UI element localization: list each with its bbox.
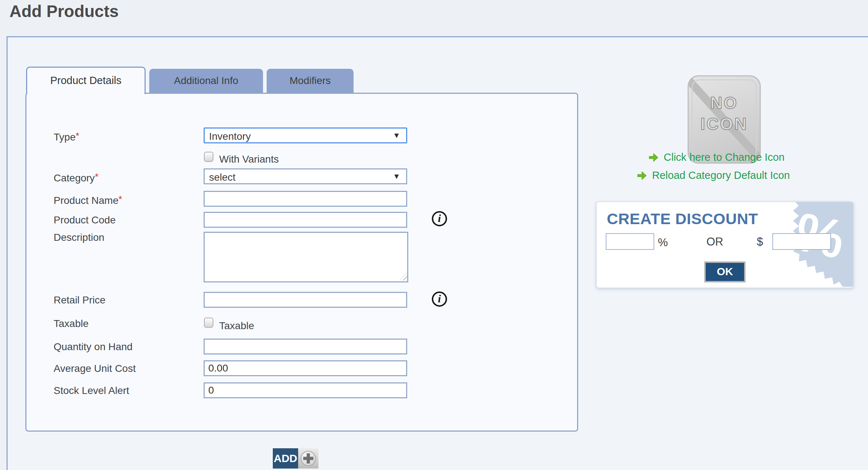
required-asterisk: * <box>118 194 122 205</box>
required-asterisk: * <box>76 130 79 141</box>
taxable-label: Taxable <box>54 318 89 329</box>
create-discount-box: % CREATE DISCOUNT % OR $ OK <box>596 201 854 288</box>
product-name-input[interactable] <box>204 191 407 207</box>
chevron-down-icon: ▼ <box>393 172 400 181</box>
or-label: OR <box>706 235 723 248</box>
product-code-info-icon[interactable]: i <box>432 211 447 226</box>
category-select-value: select <box>209 172 235 183</box>
add-plus-section[interactable] <box>298 448 318 469</box>
discount-ok-button[interactable]: OK <box>704 261 746 282</box>
average-unit-cost-input[interactable] <box>204 360 407 376</box>
discount-percent-input[interactable] <box>606 233 654 250</box>
add-products-page: Add Products Product Details Additional … <box>0 0 868 470</box>
retail-price-label: Retail Price <box>54 295 105 306</box>
product-name-label: Product Name* <box>54 194 122 206</box>
quantity-on-hand-label: Quantity on Hand <box>54 341 133 352</box>
no-icon-placeholder-image: NO ICON <box>688 75 761 164</box>
taxable-checkbox-label: Taxable <box>219 320 254 332</box>
tab-product-details[interactable]: Product Details <box>26 67 146 94</box>
type-select-value: Inventory <box>209 131 251 142</box>
description-label: Description <box>54 232 104 243</box>
discount-title: CREATE DISCOUNT <box>607 210 758 228</box>
reload-icon-link[interactable]: Reload Category Default Icon <box>652 169 790 181</box>
no-icon-text-line2: ICON <box>689 113 760 134</box>
average-unit-cost-label: Average Unit Cost <box>54 363 136 374</box>
green-arrow-icon <box>637 171 647 181</box>
retail-price-input[interactable] <box>204 292 407 308</box>
change-icon-link[interactable]: Click here to Change Icon <box>664 151 785 163</box>
quantity-on-hand-input[interactable] <box>204 339 407 354</box>
plus-icon <box>301 451 316 466</box>
page-title: Add Products <box>9 0 119 22</box>
dollar-symbol: $ <box>757 235 763 248</box>
change-icon-link-row[interactable]: Click here to Change Icon <box>648 151 785 163</box>
stock-level-alert-input[interactable] <box>204 382 407 398</box>
taxable-checkbox[interactable] <box>204 318 213 328</box>
tab-additional-info[interactable]: Additional Info <box>149 69 263 93</box>
with-variants-checkbox[interactable] <box>204 152 213 162</box>
chevron-down-icon: ▼ <box>393 131 400 140</box>
retail-price-info-icon[interactable]: i <box>432 291 447 307</box>
tab-modifiers[interactable]: Modifiers <box>267 69 354 93</box>
no-icon-text-line1: NO <box>689 92 760 113</box>
add-button-label[interactable]: ADD <box>273 448 298 469</box>
product-code-input[interactable] <box>204 212 407 228</box>
green-arrow-icon <box>648 152 659 163</box>
add-button[interactable]: ADD <box>273 448 318 469</box>
product-code-label: Product Code <box>54 215 116 226</box>
percent-symbol: % <box>658 236 668 249</box>
description-textarea[interactable] <box>204 232 408 282</box>
stock-level-alert-label: Stock Level Alert <box>54 385 129 396</box>
discount-amount-input[interactable] <box>772 233 831 250</box>
type-select[interactable]: Inventory ▼ <box>204 127 407 143</box>
category-select[interactable]: select ▼ <box>204 168 407 184</box>
with-variants-label: With Variants <box>219 154 279 165</box>
required-asterisk: * <box>95 171 99 182</box>
category-label: Category* <box>54 171 99 184</box>
reload-icon-link-row[interactable]: Reload Category Default Icon <box>637 169 790 181</box>
type-label: Type* <box>54 130 79 143</box>
